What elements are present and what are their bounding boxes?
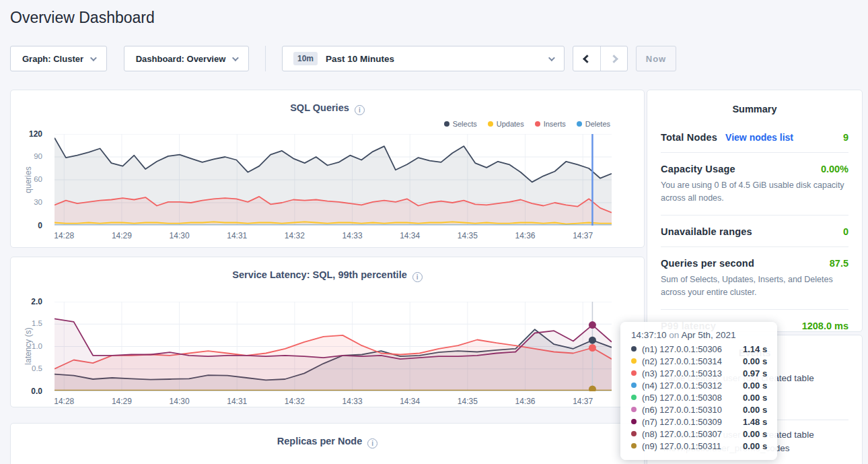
legend-dot-icon xyxy=(535,121,540,127)
view-nodes-list-link[interactable]: View nodes list xyxy=(725,132,793,143)
total-nodes-label: Total Nodes xyxy=(661,132,717,143)
chevron-right-icon xyxy=(610,55,618,63)
tooltip-node-name: (n9) 127.0.0.1:50311 xyxy=(642,441,743,451)
info-icon[interactable]: i xyxy=(412,272,423,282)
x-tick-label: 14:35 xyxy=(458,231,478,240)
tooltip-node-value: 0.00 s xyxy=(743,393,767,403)
graph-dropdown[interactable]: Graph: Cluster xyxy=(10,46,107,71)
summary-title: Summary xyxy=(661,90,848,114)
legend-item-selects[interactable]: Selects xyxy=(444,120,477,128)
x-tick-label: 14:33 xyxy=(342,231,363,240)
chevron-down-icon xyxy=(548,55,555,61)
tooltip-node-row: (n2) 127.0.0.1:503140.00 s xyxy=(631,355,768,367)
unavailable-ranges-label: Unavailable ranges xyxy=(661,226,752,237)
now-button[interactable]: Now xyxy=(636,46,676,71)
tooltip-node-name: (n4) 127.0.0.1:50312 xyxy=(642,380,743,391)
info-icon[interactable]: i xyxy=(367,438,377,449)
time-range-label: Past 10 Minutes xyxy=(326,54,394,64)
time-step-forward-button[interactable] xyxy=(600,46,627,71)
tooltip-node-value: 0.00 s xyxy=(743,441,767,451)
x-tick-label: 14:29 xyxy=(112,397,132,406)
replicas-per-node-panel: Replicas per Nodei xyxy=(10,423,645,464)
page-title: Overview Dashboard xyxy=(10,9,155,27)
x-tick-label: 14:33 xyxy=(342,397,363,406)
node-color-dot-icon xyxy=(631,431,637,436)
capacity-label: Capacity Usage xyxy=(661,164,735,174)
service-latency-title: Service Latency: SQL, 99th percentilei xyxy=(11,269,644,282)
tooltip-node-row: (n1) 127.0.0.1:503061.14 s xyxy=(631,343,768,355)
tooltip-node-value: 1.14 s xyxy=(743,344,767,354)
y-tick-label: 0.0 xyxy=(11,387,48,396)
latency-y-axis-label: latency (s) xyxy=(24,327,33,364)
capacity-description: You are using 0 B of 4.5 GiB usable disk… xyxy=(661,174,848,205)
time-step-group xyxy=(573,46,628,71)
legend-label: Selects xyxy=(453,120,477,128)
summary-capacity: Capacity Usage 0.00% You are using 0 B o… xyxy=(661,153,848,216)
dashboard-dropdown[interactable]: Dashboard: Overview xyxy=(124,46,249,71)
y-tick-label: 2.0 xyxy=(11,297,48,306)
tooltip-node-name: (n3) 127.0.0.1:50313 xyxy=(642,368,743,378)
y-tick-label: 30 xyxy=(11,198,48,206)
x-tick-label: 14:30 xyxy=(170,231,190,240)
x-tick-label: 14:29 xyxy=(112,231,132,240)
time-step-back-button[interactable] xyxy=(573,46,600,71)
tooltip-node-row: (n3) 127.0.0.1:503130.97 s xyxy=(631,367,768,379)
tooltip-node-row: (n8) 127.0.0.1:503070.00 s xyxy=(631,428,768,440)
chevron-down-icon xyxy=(232,55,239,61)
x-tick-label: 14:28 xyxy=(54,231,74,240)
node-color-dot-icon xyxy=(631,395,637,400)
legend-item-updates[interactable]: Updates xyxy=(488,120,524,128)
tooltip-node-value: 0.00 s xyxy=(743,356,767,366)
chevron-down-icon xyxy=(90,55,97,61)
legend-dot-icon xyxy=(577,121,582,127)
service-latency-panel: Service Latency: SQL, 99th percentilei 0… xyxy=(10,257,645,407)
node-color-dot-icon xyxy=(631,383,637,388)
node-color-dot-icon xyxy=(631,419,637,424)
legend-item-deletes[interactable]: Deletes xyxy=(577,120,610,128)
summary-panel: Summary Total Nodes View nodes list 9 Ca… xyxy=(647,90,863,332)
tooltip-node-value: 0.00 s xyxy=(743,380,767,391)
sql-queries-chart[interactable] xyxy=(55,134,612,226)
y-tick-label: 1.5 xyxy=(11,319,48,327)
y-tick-label: 0 xyxy=(11,221,48,230)
qps-value: 87.5 xyxy=(830,258,848,269)
service-latency-chart[interactable] xyxy=(55,302,612,391)
node-color-dot-icon xyxy=(631,358,637,364)
node-color-dot-icon xyxy=(631,443,637,449)
tooltip-node-name: (n8) 127.0.0.1:50307 xyxy=(642,429,743,439)
legend-item-inserts[interactable]: Inserts xyxy=(535,120,566,128)
y-tick-label: 90 xyxy=(11,152,48,160)
tooltip-node-row: (n4) 127.0.0.1:503120.00 s xyxy=(631,379,768,391)
tooltip-node-row: (n9) 127.0.0.1:503110.00 s xyxy=(631,440,768,452)
legend-label: Inserts xyxy=(544,120,566,128)
legend-label: Updates xyxy=(497,120,524,128)
sql-queries-title-text: SQL Queries xyxy=(290,102,349,113)
x-tick-label: 14:32 xyxy=(285,231,305,240)
x-tick-label: 14:36 xyxy=(515,397,535,406)
replicas-per-node-title: Replicas per Nodei xyxy=(11,436,644,449)
x-tick-label: 14:37 xyxy=(573,231,593,240)
legend-dot-icon xyxy=(488,121,493,127)
graph-dropdown-label: Graph: Cluster xyxy=(22,54,83,64)
x-tick-label: 14:30 xyxy=(170,397,190,406)
tooltip-time: 14:37:10 xyxy=(631,330,667,340)
toolbar-divider xyxy=(265,46,266,71)
unavailable-ranges-value: 0 xyxy=(843,226,848,237)
tooltip-timestamp: 14:37:10 on Apr 5th, 2021 xyxy=(631,330,768,343)
chevron-left-icon xyxy=(583,55,591,63)
summary-unavailable: Unavailable ranges 0 xyxy=(661,216,848,247)
x-tick-label: 14:34 xyxy=(400,231,420,240)
legend-dot-icon xyxy=(444,121,449,127)
tooltip-on: on xyxy=(669,330,679,340)
time-range-dropdown[interactable]: 10m Past 10 Minutes xyxy=(282,46,565,71)
y-tick-label: 120 xyxy=(11,129,48,139)
y-tick-label: 0.5 xyxy=(11,364,48,372)
tooltip-node-row: (n5) 127.0.0.1:503080.00 s xyxy=(631,391,768,403)
x-tick-label: 14:28 xyxy=(54,397,74,406)
toolbar: Graph: Cluster Dashboard: Overview 10m P… xyxy=(10,46,676,71)
node-color-dot-icon xyxy=(631,370,637,376)
total-nodes-value: 9 xyxy=(843,132,848,143)
info-icon[interactable]: i xyxy=(355,105,365,115)
sql-queries-panel: SQL Queriesi SelectsUpdatesInsertsDelete… xyxy=(10,90,645,248)
tooltip-date: Apr 5th, 2021 xyxy=(681,330,735,340)
